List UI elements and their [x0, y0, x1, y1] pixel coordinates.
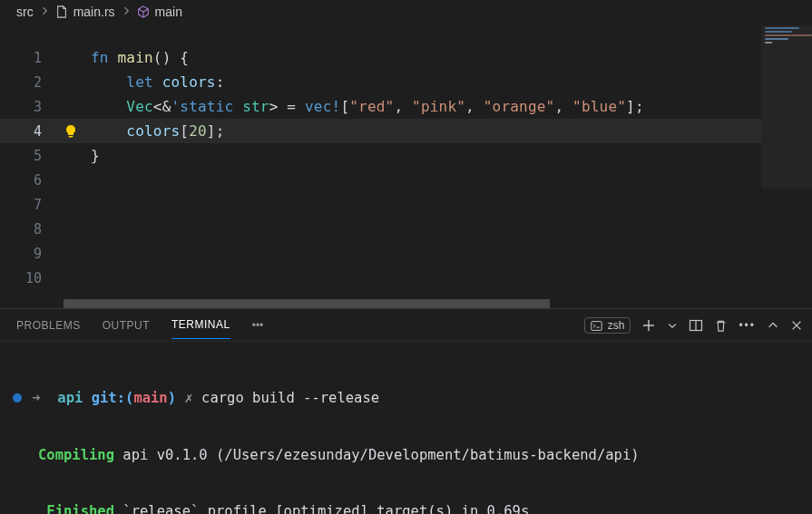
- minimap-line: [765, 38, 788, 40]
- line-number: 3: [0, 99, 51, 115]
- line-number: 5: [0, 148, 51, 164]
- lightbulb-icon[interactable]: [64, 124, 78, 139]
- minimap-line: [765, 42, 772, 44]
- terminal-icon: [591, 320, 602, 332]
- code-line[interactable]: 8: [0, 217, 812, 241]
- scrollbar-thumb[interactable]: [64, 299, 550, 308]
- breadcrumb-file[interactable]: main.rs: [73, 5, 115, 19]
- code-content[interactable]: fn main() {: [91, 49, 189, 66]
- code-content[interactable]: colors[20];: [91, 122, 225, 140]
- code-content[interactable]: Vec<&'static str> = vec!["red", "pink", …: [91, 98, 644, 115]
- code-line[interactable]: 2 let colors:: [0, 70, 812, 94]
- line-number: 6: [0, 172, 51, 189]
- code-line[interactable]: 4 colors[20];: [0, 119, 812, 143]
- panel-tabs: PROBLEMS OUTPUT TERMINAL ••• zsh •••: [0, 309, 812, 342]
- terminal-line: Compiling api v0.1.0 (/Users/ezesunday/D…: [13, 446, 799, 465]
- line-number: 2: [0, 74, 51, 91]
- file-icon: [55, 5, 68, 18]
- chevron-right-icon: [121, 5, 132, 19]
- more-icon[interactable]: •••: [739, 319, 756, 332]
- split-terminal-icon[interactable]: [689, 318, 703, 333]
- code-line[interactable]: 1fn main() {: [0, 45, 812, 70]
- trash-icon[interactable]: [714, 319, 728, 333]
- gutter-margin: [51, 124, 91, 139]
- minimap-line: [765, 31, 792, 33]
- terminal-line: Finished `release` profile [optimized] t…: [13, 502, 799, 514]
- svg-rect-1: [592, 321, 602, 330]
- scrollbar-horizontal[interactable]: [64, 299, 758, 308]
- shell-name: zsh: [608, 319, 625, 332]
- close-icon[interactable]: [790, 319, 803, 332]
- overflow-icon[interactable]: •••: [252, 319, 264, 332]
- breadcrumbs: src main.rs main: [0, 0, 812, 24]
- code-content[interactable]: let colors:: [91, 73, 225, 91]
- code-line[interactable]: 10: [0, 266, 812, 290]
- tab-problems[interactable]: PROBLEMS: [16, 312, 81, 339]
- status-dot-icon: [13, 393, 22, 402]
- breadcrumb-folder[interactable]: src: [16, 5, 34, 19]
- tab-output[interactable]: OUTPUT: [103, 312, 150, 339]
- chevron-right-icon: [39, 5, 50, 19]
- panel: PROBLEMS OUTPUT TERMINAL ••• zsh •••: [0, 308, 812, 514]
- tab-terminal[interactable]: TERMINAL: [171, 311, 230, 339]
- svg-rect-0: [69, 136, 73, 138]
- minimap-line: [765, 34, 812, 36]
- line-number: 10: [0, 270, 51, 286]
- code-content[interactable]: }: [91, 147, 100, 164]
- code-line[interactable]: 7: [0, 192, 812, 217]
- code-line[interactable]: 6: [0, 168, 812, 192]
- editor[interactable]: 1fn main() {2 let colors:3 Vec<&'static …: [0, 24, 812, 308]
- minimap-line: [765, 27, 799, 29]
- line-number: 9: [0, 246, 51, 262]
- new-terminal-icon[interactable]: [641, 318, 656, 333]
- line-number: 7: [0, 197, 51, 213]
- terminal-output[interactable]: ➜ api git:(main) ✗ cargo build --release…: [0, 342, 812, 514]
- shell-indicator[interactable]: zsh: [584, 317, 631, 334]
- line-number: 8: [0, 221, 51, 238]
- code-line[interactable]: 5}: [0, 143, 812, 168]
- chevron-up-icon[interactable]: [767, 319, 779, 332]
- code-line[interactable]: 9: [0, 241, 812, 266]
- code-line[interactable]: 3 Vec<&'static str> = vec!["red", "pink"…: [0, 94, 812, 119]
- line-number: 4: [0, 123, 51, 140]
- minimap[interactable]: [761, 25, 812, 189]
- terminal-line: ➜ api git:(main) ✗ cargo build --release: [13, 389, 799, 408]
- panel-actions: zsh •••: [584, 309, 803, 342]
- chevron-down-icon[interactable]: [667, 320, 678, 331]
- breadcrumb-symbol[interactable]: main: [155, 5, 182, 19]
- symbol-icon: [137, 5, 150, 18]
- line-number: 1: [0, 50, 51, 66]
